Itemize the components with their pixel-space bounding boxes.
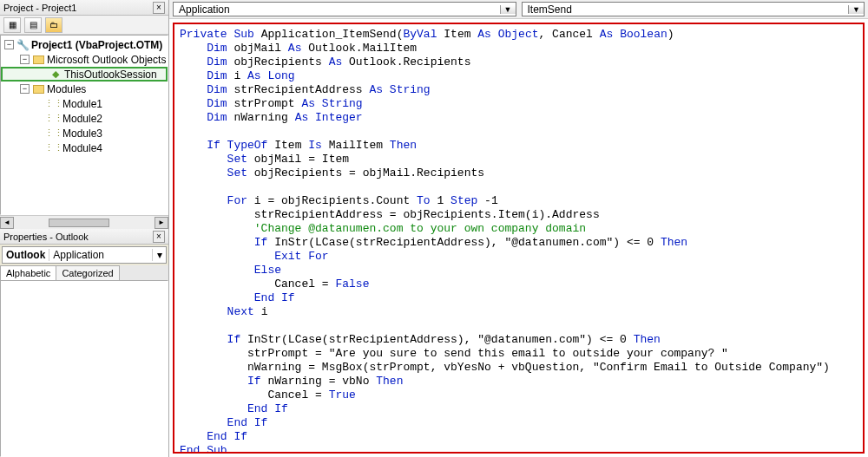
close-icon[interactable]: × [153, 2, 165, 14]
project-root-node[interactable]: − 🔧 Project1 (VbaProject.OTM) [1, 37, 168, 52]
chevron-down-icon[interactable]: ▼ [500, 5, 516, 14]
scroll-left-icon[interactable]: ◄ [0, 217, 14, 229]
horizontal-scrollbar[interactable]: ◄ ► [0, 215, 168, 229]
procedure-combo[interactable]: ItemSend ▼ [522, 2, 865, 16]
module-node[interactable]: ⋮⋮Module2 [1, 111, 168, 126]
toggle-folders-button[interactable]: 🗀 [45, 17, 62, 33]
module-icon: ⋮⋮ [48, 142, 60, 154]
module-icon: ⋮⋮ [48, 113, 60, 125]
tab-categorized[interactable]: Categorized [56, 265, 119, 280]
folder-icon [32, 83, 44, 95]
modules-folder[interactable]: − Modules [1, 82, 168, 96]
view-object-button[interactable]: ▤ [24, 17, 42, 33]
project-explorer-header: Project - Project1 × [0, 0, 168, 16]
code-combo-bar: Application ▼ ItemSend ▼ [169, 0, 868, 19]
code-editor[interactable]: Private Sub Application_ItemSend(ByVal I… [173, 23, 865, 454]
module-icon: ⋮⋮ [48, 127, 60, 140]
project-explorer-title: Project - Project1 [3, 3, 153, 13]
folder-icon [32, 54, 44, 66]
properties-header: Properties - Outlook × [0, 229, 168, 245]
collapse-icon[interactable]: − [20, 84, 30, 94]
close-icon[interactable]: × [153, 231, 165, 243]
module-node[interactable]: ⋮⋮Module1 [1, 96, 168, 111]
chevron-down-icon[interactable]: ▾ [152, 249, 166, 261]
object-selector[interactable]: Outlook Application ▾ [2, 246, 167, 264]
scroll-right-icon[interactable]: ► [155, 217, 168, 229]
properties-title: Properties - Outlook [3, 232, 153, 242]
scroll-thumb[interactable] [49, 219, 109, 227]
property-tabs: Alphabetic Categorized [0, 265, 168, 280]
object-combo[interactable]: Application ▼ [173, 2, 516, 16]
collapse-icon[interactable]: − [20, 55, 30, 64]
properties-grid[interactable] [0, 280, 168, 457]
module-node[interactable]: ⋮⋮Module4 [1, 140, 168, 155]
outlook-objects-folder[interactable]: − Microsoft Outlook Objects [1, 52, 168, 67]
collapse-icon[interactable]: − [4, 40, 14, 49]
chevron-down-icon[interactable]: ▼ [848, 5, 864, 14]
tab-alphabetic[interactable]: Alphabetic [0, 265, 56, 280]
code-text[interactable]: Private Sub Application_ItemSend(ByVal I… [174, 24, 863, 454]
project-tree[interactable]: − 🔧 Project1 (VbaProject.OTM) − Microsof… [0, 35, 168, 215]
module-icon: ⋮⋮ [48, 98, 60, 110]
this-outlook-session-node[interactable]: ◆ ThisOutlookSession [1, 67, 168, 82]
view-code-button[interactable]: ▦ [3, 17, 21, 33]
project-icon: 🔧 [16, 39, 29, 51]
project-toolbar: ▦ ▤ 🗀 [0, 16, 168, 35]
class-icon: ◆ [49, 69, 62, 81]
module-node[interactable]: ⋮⋮Module3 [1, 126, 168, 140]
